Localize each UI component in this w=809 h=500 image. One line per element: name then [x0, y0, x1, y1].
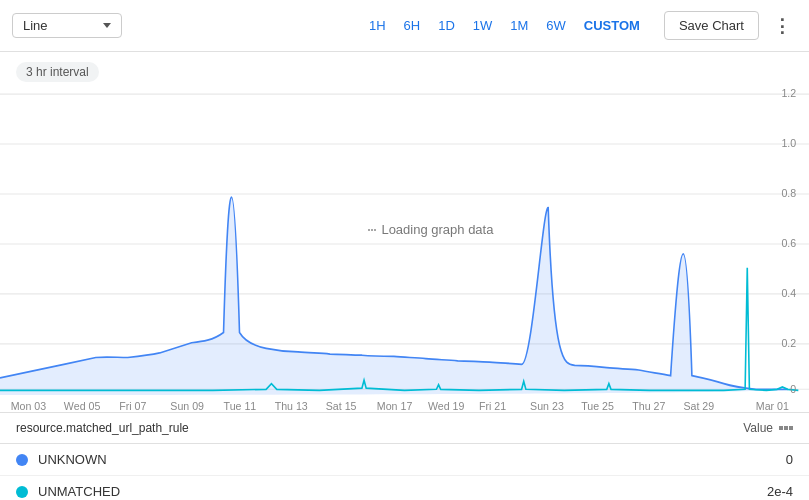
chart-area: 3 hr interval 1.2 1.0 0.8 0.6 0.4 0.2: [0, 52, 809, 412]
toolbar: Line 1H 6H 1D 1W 1M 6W CUSTOM Save Chart…: [0, 0, 809, 52]
time-btn-custom[interactable]: CUSTOM: [576, 14, 648, 37]
interval-badge: 3 hr interval: [16, 62, 99, 82]
time-btn-1w[interactable]: 1W: [465, 14, 501, 37]
svg-text:Thu 27: Thu 27: [632, 399, 665, 411]
time-btn-1h[interactable]: 1H: [361, 14, 394, 37]
more-options-button[interactable]: ⋮: [767, 13, 797, 39]
dropdown-arrow-icon: [103, 23, 111, 28]
svg-text:Wed 19: Wed 19: [428, 399, 464, 411]
svg-text:Tue 25: Tue 25: [581, 399, 614, 411]
chart-type-dropdown[interactable]: Line: [12, 13, 122, 38]
svg-text:Mon 03: Mon 03: [11, 399, 46, 411]
svg-text:Wed 05: Wed 05: [64, 399, 100, 411]
svg-text:Sat 29: Sat 29: [683, 399, 714, 411]
save-chart-button[interactable]: Save Chart: [664, 11, 759, 40]
time-btn-1d[interactable]: 1D: [430, 14, 463, 37]
svg-text:1.2: 1.2: [781, 87, 796, 99]
svg-text:0.8: 0.8: [781, 187, 796, 199]
grid-view-icon[interactable]: [779, 426, 793, 430]
time-btn-6h[interactable]: 6H: [396, 14, 429, 37]
svg-text:0.2: 0.2: [781, 337, 796, 349]
svg-text:Fri 07: Fri 07: [119, 399, 146, 411]
svg-text:0.6: 0.6: [781, 237, 796, 249]
legend-label-unmatched: UNMATCHED: [38, 484, 753, 499]
svg-text:0: 0: [790, 382, 796, 394]
svg-text:Thu 13: Thu 13: [275, 399, 308, 411]
legend-column-name: resource.matched_url_path_rule: [16, 421, 743, 435]
svg-text:1.0: 1.0: [781, 137, 796, 149]
loading-label: ··· Loading graph data: [366, 218, 493, 239]
legend-row-unknown: UNKNOWN 0: [0, 444, 809, 476]
legend-dot-unmatched: [16, 486, 28, 498]
legend-value-unknown: 0: [753, 452, 793, 467]
svg-text:Tue 11: Tue 11: [224, 399, 257, 411]
svg-text:Sat 15: Sat 15: [326, 399, 357, 411]
legend-row-unmatched: UNMATCHED 2e-4: [0, 476, 809, 500]
svg-text:Mar 01: Mar 01: [756, 399, 789, 411]
chart-container: 1.2 1.0 0.8 0.6 0.4 0.2 0 Mon 03 Wed 05 …: [0, 60, 809, 412]
legend-dot-unknown: [16, 454, 28, 466]
legend-value-unmatched: 2e-4: [753, 484, 793, 499]
legend-header: resource.matched_url_path_rule Value: [0, 413, 809, 444]
loading-dots-icon: ···: [366, 218, 375, 239]
legend-column-value: Value: [743, 421, 793, 435]
loading-text: Loading graph data: [381, 221, 493, 236]
time-range-buttons: 1H 6H 1D 1W 1M 6W CUSTOM: [361, 14, 648, 37]
svg-text:Mon 17: Mon 17: [377, 399, 412, 411]
time-btn-6w[interactable]: 6W: [538, 14, 574, 37]
svg-text:0.4: 0.4: [781, 287, 796, 299]
svg-text:Sun 09: Sun 09: [170, 399, 204, 411]
legend-table: resource.matched_url_path_rule Value UNK…: [0, 412, 809, 500]
legend-label-unknown: UNKNOWN: [38, 452, 753, 467]
svg-text:Fri 21: Fri 21: [479, 399, 506, 411]
svg-text:Sun 23: Sun 23: [530, 399, 564, 411]
chart-type-label: Line: [23, 18, 95, 33]
time-btn-1m[interactable]: 1M: [502, 14, 536, 37]
